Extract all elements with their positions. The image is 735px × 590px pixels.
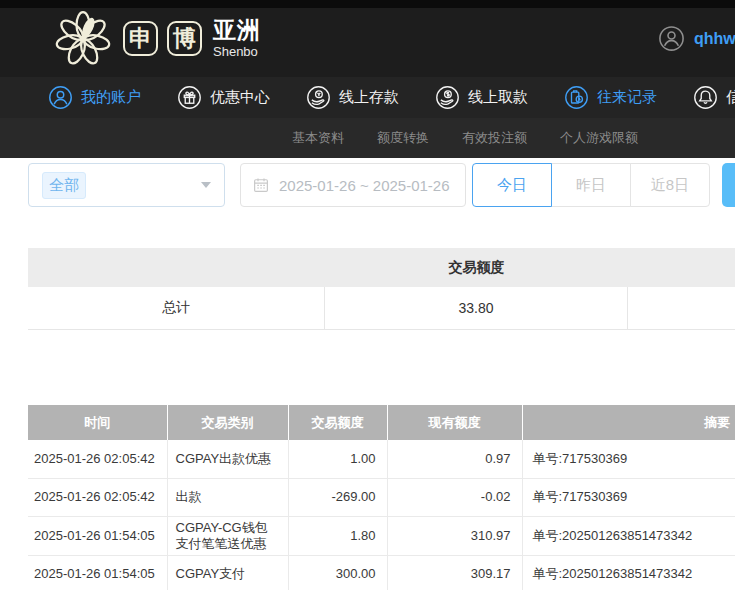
cell-type: CGPAY支付 — [167, 555, 288, 590]
subnav-item-basic-info[interactable]: 基本资料 — [292, 129, 344, 147]
calendar-icon — [252, 176, 270, 194]
column-header-memo: 摘要 — [522, 405, 735, 440]
cell-time: 2025-01-26 01:54:05 — [28, 555, 167, 590]
summary-total-label: 总计 — [28, 287, 325, 329]
summary-table: 交易额度 总计 33.80 — [28, 248, 735, 330]
search-button[interactable] — [722, 163, 735, 207]
brand-logo[interactable]: 申 博 亚洲 Shenbo — [52, 8, 261, 70]
content: 全部 2025-01-26 ~ 2025-01-26 今日 昨日 近8日 — [0, 163, 735, 590]
withdraw-icon — [435, 85, 460, 110]
filter-row: 全部 2025-01-26 ~ 2025-01-26 今日 昨日 近8日 — [28, 163, 735, 207]
summary-header-label: 交易额度 — [325, 248, 628, 287]
nav-label: 往来记录 — [597, 88, 657, 107]
summary-total-row: 总计 33.80 — [28, 287, 735, 330]
gift-icon — [177, 85, 202, 110]
transactions-table: 时间 交易类别 交易额度 现有额度 摘要 2025-01-26 02:05:42… — [28, 405, 735, 590]
column-header-balance: 现有额度 — [387, 405, 522, 440]
summary-empty-cell — [628, 287, 735, 329]
avatar-icon — [658, 25, 685, 52]
nav-label: 信息 — [726, 88, 735, 107]
cell-amount: -269.00 — [288, 478, 387, 516]
deposit-icon — [306, 85, 331, 110]
range-button-yesterday[interactable]: 昨日 — [551, 163, 631, 207]
cell-balance: 309.17 — [387, 555, 522, 590]
range-button-today[interactable]: 今日 — [472, 163, 552, 207]
nav-item-my-account[interactable]: 我的账户 — [48, 85, 141, 110]
sub-nav: 基本资料 额度转换 有效投注额 个人游戏限额 — [0, 118, 735, 158]
table-row: 2025-01-26 01:54:05 CGPAY-CG钱包支付笔笔送优惠 1.… — [28, 516, 735, 555]
summary-header-row: 交易额度 — [28, 248, 735, 287]
cell-balance: 0.97 — [387, 440, 522, 478]
table-row: 2025-01-26 02:05:42 CGPAY出款优惠 1.00 0.97 … — [28, 440, 735, 478]
username: qhhw — [694, 30, 735, 48]
column-header-type: 交易类别 — [167, 405, 288, 440]
cell-amount: 1.00 — [288, 440, 387, 478]
chevron-down-icon — [201, 182, 211, 188]
table-row: 2025-01-26 01:54:05 CGPAY支付 300.00 309.1… — [28, 555, 735, 590]
cell-time: 2025-01-26 02:05:42 — [28, 478, 167, 516]
page: 申 博 亚洲 Shenbo qhhw 我的账户 — [0, 0, 735, 590]
nav-label: 我的账户 — [81, 88, 141, 107]
cell-balance: 310.97 — [387, 516, 522, 555]
cell-time: 2025-01-26 02:05:42 — [28, 440, 167, 478]
date-range-input[interactable]: 2025-01-26 ~ 2025-01-26 — [240, 163, 466, 207]
records-icon — [564, 85, 589, 110]
cell-amount: 1.80 — [288, 516, 387, 555]
cell-memo: 单号:202501263851473342 — [522, 555, 735, 590]
bell-icon — [693, 85, 718, 110]
summary-header-empty — [28, 248, 325, 287]
subnav-item-game-limits[interactable]: 个人游戏限额 — [560, 129, 638, 147]
nav-item-promotions[interactable]: 优惠中心 — [177, 85, 270, 110]
nav-item-withdraw[interactable]: 线上取款 — [435, 85, 528, 110]
logo-char-bo: 博 — [167, 21, 202, 56]
summary-header-empty — [628, 248, 735, 287]
cell-type: 出款 — [167, 478, 288, 516]
cell-memo: 单号:202501263851473342 — [522, 516, 735, 555]
cell-amount: 300.00 — [288, 555, 387, 590]
cell-type: CGPAY-CG钱包支付笔笔送优惠 — [167, 516, 288, 555]
logo-region: 亚洲 Shenbo — [213, 19, 261, 58]
nav-label: 线上取款 — [468, 88, 528, 107]
table-row: 2025-01-26 02:05:42 出款 -269.00 -0.02 单号:… — [28, 478, 735, 516]
nav-label: 线上存款 — [339, 88, 399, 107]
date-range-value: 2025-01-26 ~ 2025-01-26 — [279, 177, 450, 194]
cell-memo: 单号:717530369 — [522, 478, 735, 516]
nav-item-messages[interactable]: 信息 — [693, 85, 735, 110]
column-header-time: 时间 — [28, 405, 167, 440]
logo-char-shen: 申 — [123, 21, 158, 56]
nav-item-records[interactable]: 往来记录 — [564, 85, 657, 110]
cell-time: 2025-01-26 01:54:05 — [28, 516, 167, 555]
logo-subtitle: Shenbo — [213, 45, 261, 58]
column-header-amount: 交易额度 — [288, 405, 387, 440]
logo-region-text: 亚洲 — [213, 19, 261, 42]
user-menu[interactable]: qhhw — [658, 0, 735, 77]
subnav-item-credit-transfer[interactable]: 额度转换 — [377, 129, 429, 147]
quick-range-group: 今日 昨日 近8日 — [472, 163, 710, 207]
flower-logo-icon — [52, 8, 114, 70]
category-chip: 全部 — [42, 172, 86, 199]
nav-item-deposit[interactable]: 线上存款 — [306, 85, 399, 110]
category-select[interactable]: 全部 — [28, 163, 225, 207]
cell-balance: -0.02 — [387, 478, 522, 516]
cell-type: CGPAY出款优惠 — [167, 440, 288, 478]
nav-label: 优惠中心 — [210, 88, 270, 107]
subnav-item-valid-bets[interactable]: 有效投注额 — [462, 129, 527, 147]
top-header: 申 博 亚洲 Shenbo qhhw — [0, 0, 735, 77]
main-nav: 我的账户 优惠中心 线上存款 — [0, 77, 735, 118]
cell-memo: 单号:717530369 — [522, 440, 735, 478]
range-button-last8days[interactable]: 近8日 — [630, 163, 710, 207]
summary-total-value: 33.80 — [325, 287, 628, 329]
transactions-header-row: 时间 交易类别 交易额度 现有额度 摘要 — [28, 405, 735, 440]
user-icon — [48, 85, 73, 110]
